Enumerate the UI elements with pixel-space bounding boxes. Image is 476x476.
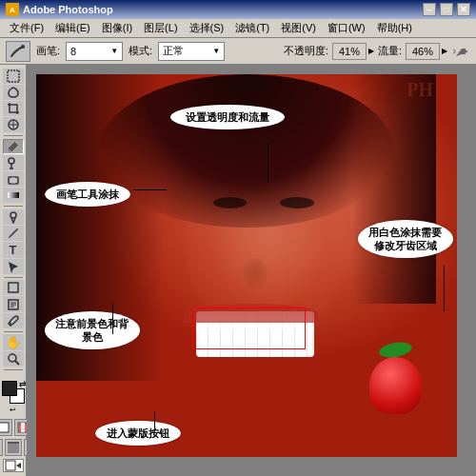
opacity-arrow[interactable]: ▶ <box>368 47 374 55</box>
svg-rect-28 <box>6 461 15 470</box>
tool-crop[interactable] <box>3 101 24 116</box>
brush-size-arrow: ▼ <box>110 47 118 55</box>
menu-window[interactable]: 窗口(W) <box>322 19 371 37</box>
menu-edit[interactable]: 编辑(E) <box>50 19 96 37</box>
menu-view[interactable]: 视图(V) <box>275 19 322 37</box>
reset-colors-icon[interactable]: ↩ <box>10 406 16 414</box>
brush-label: 画笔: <box>36 44 60 58</box>
mode-selector[interactable]: 正常 ▼ <box>158 42 225 61</box>
flow-input[interactable]: 46% <box>406 43 440 60</box>
svg-point-8 <box>8 149 10 151</box>
standard-screen-button[interactable] <box>0 439 3 456</box>
canvas-image[interactable]: PH 画笔工具涂抹 设置透明度和流量 注意前景色和背景色 <box>36 74 457 457</box>
svg-point-0 <box>21 45 25 49</box>
brush-size-selector[interactable]: 8 ▼ <box>66 42 123 61</box>
minimize-button[interactable]: ─ <box>423 3 436 16</box>
menu-file[interactable]: 文件(F) <box>4 19 50 37</box>
switch-colors-icon[interactable]: ⇄ <box>19 379 27 388</box>
callout-mask-button: 进入蒙版按钮 <box>95 421 181 446</box>
svg-rect-4 <box>8 70 19 82</box>
title-bar: A Adobe Photoshop ─ □ ✕ <box>0 0 476 19</box>
watermark: PH <box>407 79 433 101</box>
svg-rect-26 <box>8 442 19 444</box>
opacity-input[interactable]: 41% <box>332 43 367 60</box>
full-screen-with-menu-button[interactable] <box>5 439 22 456</box>
tool-gradient[interactable] <box>3 188 24 203</box>
tool-clone[interactable] <box>3 155 24 170</box>
svg-rect-12 <box>8 192 19 198</box>
maximize-button[interactable]: □ <box>440 3 453 16</box>
menu-help[interactable]: 帮助(H) <box>371 19 418 37</box>
mode-arrow: ▼ <box>212 47 220 55</box>
tool-healing[interactable] <box>3 117 24 132</box>
tool-eraser[interactable] <box>3 171 24 187</box>
close-button[interactable]: ✕ <box>457 3 470 16</box>
mode-label: 模式: <box>129 44 152 58</box>
options-bar: 画笔: 8 ▼ 模式: 正常 ▼ 不透明度: 41% ▶ 流量: 46% ▶ <box>0 38 476 65</box>
tool-shape[interactable] <box>3 280 24 295</box>
tool-text[interactable]: T <box>3 242 24 258</box>
tool-marquee[interactable] <box>3 69 24 84</box>
tool-pen[interactable] <box>3 226 24 241</box>
tool-preset-picker[interactable] <box>6 41 30 62</box>
svg-point-19 <box>9 354 16 362</box>
tool-notes[interactable] <box>3 296 24 311</box>
airbrush-toggle[interactable] <box>451 42 470 61</box>
menu-select[interactable]: 选择(S) <box>184 19 230 37</box>
flow-arrow[interactable]: ▶ <box>442 47 447 55</box>
tool-path-select[interactable] <box>3 259 24 274</box>
callout-foreground: 注意前景色和背景色 <box>45 311 140 350</box>
menu-layer[interactable]: 图层(L) <box>138 19 183 37</box>
callout-brush-tool: 画笔工具涂抹 <box>45 182 130 207</box>
svg-marker-29 <box>16 463 21 468</box>
title-text: Adobe Photoshop <box>23 4 113 15</box>
svg-point-13 <box>10 212 16 218</box>
menu-filter[interactable]: 滤镜(T) <box>229 19 275 37</box>
svg-point-9 <box>9 158 14 164</box>
tool-hand[interactable]: ✋ <box>3 334 24 350</box>
menu-image[interactable]: 图像(I) <box>96 19 138 37</box>
callout-white-paint: 用白色涂抹需要修改牙齿区域 <box>358 220 453 259</box>
flow-label: 流量: <box>378 44 402 58</box>
main-area: T ✋ <box>0 65 476 476</box>
strawberry-body <box>369 357 422 414</box>
tool-lasso[interactable] <box>3 85 24 100</box>
foreground-color-swatch[interactable] <box>2 381 17 396</box>
tool-zoom[interactable] <box>3 351 24 367</box>
strawberry <box>360 343 436 419</box>
menu-bar: 文件(F) 编辑(E) 图像(I) 图层(L) 选择(S) 滤镜(T) 视图(V… <box>0 19 476 38</box>
tool-eyedropper[interactable] <box>3 313 24 328</box>
standard-mode-button[interactable] <box>0 419 12 436</box>
tool-dodge[interactable] <box>3 209 24 225</box>
canvas-area: PH 画笔工具涂抹 设置透明度和流量 注意前景色和背景色 <box>27 65 476 476</box>
adobe-icon: A <box>6 3 19 16</box>
svg-rect-14 <box>9 283 18 292</box>
svg-line-2 <box>453 50 455 50</box>
svg-rect-21 <box>0 423 9 432</box>
svg-rect-23 <box>21 423 25 432</box>
jump-to-imageready-button[interactable] <box>3 459 24 472</box>
foreground-background-swatches[interactable]: ⇄ <box>2 381 25 404</box>
color-swatches: ⇄ ↩ <box>2 377 25 414</box>
svg-line-20 <box>15 361 19 365</box>
toolbox: T ✋ <box>0 65 27 476</box>
hair-right <box>352 74 436 304</box>
image-container: PH 画笔工具涂抹 设置透明度和流量 注意前景色和背景色 <box>36 74 457 457</box>
opacity-label: 不透明度: <box>284 44 328 58</box>
svg-line-3 <box>453 52 455 53</box>
tool-brush[interactable] <box>3 139 24 154</box>
svg-rect-11 <box>11 177 15 184</box>
